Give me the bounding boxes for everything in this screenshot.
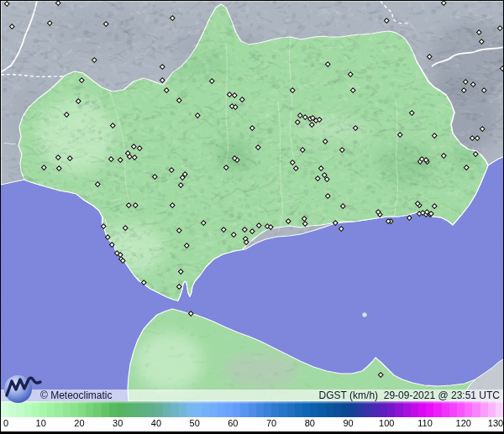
station-marker[interactable] xyxy=(473,151,478,156)
station-marker[interactable] xyxy=(188,311,193,316)
station-marker[interactable] xyxy=(324,176,329,181)
station-marker[interactable] xyxy=(255,144,260,149)
station-marker[interactable] xyxy=(178,269,183,274)
station-marker[interactable] xyxy=(378,372,383,377)
station-marker[interactable] xyxy=(160,64,165,69)
station-marker[interactable] xyxy=(384,18,389,23)
station-marker[interactable] xyxy=(195,112,200,118)
station-marker[interactable] xyxy=(481,87,486,92)
station-marker[interactable] xyxy=(302,221,307,226)
station-marker[interactable] xyxy=(131,144,136,149)
station-marker[interactable] xyxy=(480,126,485,131)
station-marker[interactable] xyxy=(427,54,432,59)
station-marker[interactable] xyxy=(300,147,305,152)
station-marker[interactable] xyxy=(348,71,353,76)
station-marker[interactable] xyxy=(110,123,115,128)
station-marker[interactable] xyxy=(209,78,214,83)
station-marker[interactable] xyxy=(103,21,108,26)
station-marker[interactable] xyxy=(464,165,469,170)
station-marker[interactable] xyxy=(176,97,181,102)
station-marker[interactable] xyxy=(101,223,106,228)
station-marker[interactable] xyxy=(152,174,157,179)
station-marker[interactable] xyxy=(295,119,300,124)
station-marker[interactable] xyxy=(55,1,60,5)
station-marker[interactable] xyxy=(340,203,345,208)
station-marker[interactable] xyxy=(221,227,226,232)
station-marker[interactable] xyxy=(286,218,291,223)
station-marker[interactable] xyxy=(463,79,468,84)
station-marker[interactable] xyxy=(176,284,181,289)
station-marker[interactable] xyxy=(256,222,261,227)
station-marker[interactable] xyxy=(290,159,295,165)
station-marker[interactable] xyxy=(432,203,437,208)
station-marker[interactable] xyxy=(118,157,123,162)
station-marker[interactable] xyxy=(353,125,358,130)
station-marker[interactable] xyxy=(350,87,355,92)
station-marker[interactable] xyxy=(170,202,175,207)
station-marker[interactable] xyxy=(475,135,480,140)
station-marker[interactable] xyxy=(318,165,323,170)
station-marker[interactable] xyxy=(105,234,110,239)
station-marker[interactable] xyxy=(441,153,446,158)
station-marker[interactable] xyxy=(164,87,169,92)
station-marker[interactable] xyxy=(479,39,484,44)
station-marker[interactable] xyxy=(64,112,69,117)
station-marker[interactable] xyxy=(249,228,255,233)
station-marker[interactable] xyxy=(178,182,183,187)
station-marker[interactable] xyxy=(231,232,236,237)
station-marker[interactable] xyxy=(79,77,84,82)
station-marker[interactable] xyxy=(461,87,466,92)
station-marker[interactable] xyxy=(500,65,503,71)
station-marker[interactable] xyxy=(397,132,402,137)
station-marker[interactable] xyxy=(409,110,414,115)
station-marker[interactable] xyxy=(441,1,446,5)
station-marker[interactable] xyxy=(242,227,247,232)
station-marker[interactable] xyxy=(169,167,174,172)
station-marker[interactable] xyxy=(497,25,502,30)
station-marker[interactable] xyxy=(249,125,255,130)
station-marker[interactable] xyxy=(184,243,189,248)
station-marker[interactable] xyxy=(133,202,138,207)
station-marker[interactable] xyxy=(223,165,228,170)
station-marker[interactable] xyxy=(470,81,475,86)
station-marker[interactable] xyxy=(120,258,125,263)
station-marker[interactable] xyxy=(109,242,114,247)
station-marker[interactable] xyxy=(323,139,328,144)
station-marker[interactable] xyxy=(315,175,320,180)
station-marker[interactable] xyxy=(407,215,412,220)
station-marker[interactable] xyxy=(333,220,338,225)
station-marker[interactable] xyxy=(339,226,344,231)
station-marker[interactable] xyxy=(4,1,9,6)
station-marker[interactable] xyxy=(290,87,295,92)
station-marker[interactable] xyxy=(137,145,142,150)
station-marker[interactable] xyxy=(123,225,128,230)
station-marker[interactable] xyxy=(141,280,146,285)
station-marker[interactable] xyxy=(170,15,175,20)
station-marker[interactable] xyxy=(201,220,206,225)
station-marker[interactable] xyxy=(339,147,344,152)
station-marker[interactable] xyxy=(160,77,165,82)
station-marker[interactable] xyxy=(9,24,14,29)
station-marker[interactable] xyxy=(309,122,314,127)
station-marker[interactable] xyxy=(76,98,81,103)
station-marker[interactable] xyxy=(55,154,60,159)
station-marker[interactable] xyxy=(239,97,244,102)
station-marker[interactable] xyxy=(92,57,97,62)
station-marker[interactable] xyxy=(126,202,131,207)
station-marker[interactable] xyxy=(268,224,273,229)
station-marker[interactable] xyxy=(233,104,238,109)
station-marker[interactable] xyxy=(476,29,481,34)
station-marker[interactable] xyxy=(293,165,298,170)
station-marker[interactable] xyxy=(325,193,330,198)
station-marker[interactable] xyxy=(132,154,137,159)
station-marker[interactable] xyxy=(47,20,52,25)
station-marker[interactable] xyxy=(56,165,61,170)
station-marker[interactable] xyxy=(432,133,437,138)
station-marker[interactable] xyxy=(67,155,72,160)
station-marker[interactable] xyxy=(108,156,113,161)
station-marker[interactable] xyxy=(232,92,237,97)
station-marker[interactable] xyxy=(41,165,46,170)
station-marker[interactable] xyxy=(95,181,100,186)
station-marker[interactable] xyxy=(176,227,181,233)
station-marker[interactable] xyxy=(325,61,330,66)
